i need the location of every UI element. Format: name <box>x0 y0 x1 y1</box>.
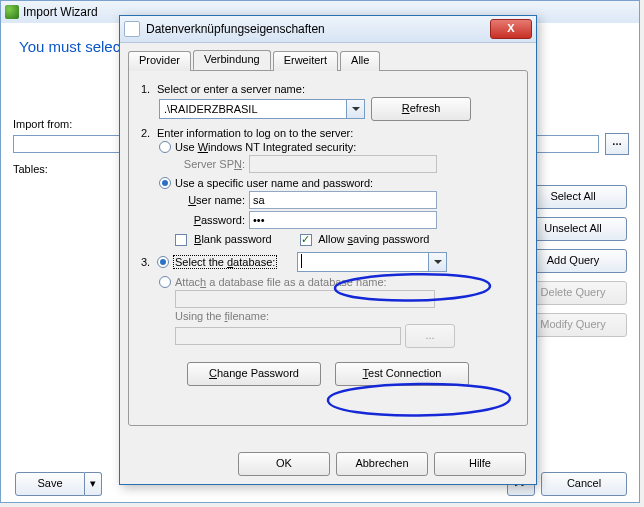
dialog-titlebar: Datenverknüpfungseigenschaften X <box>120 16 536 43</box>
step1-num: 1. <box>141 83 157 95</box>
datalink-properties-dialog: Datenverknüpfungseigenschaften X Provide… <box>119 15 537 485</box>
step2-num: 2. <box>141 127 157 139</box>
import-wizard-title: Import Wizard <box>23 5 98 19</box>
help-button[interactable]: Hilfe <box>434 452 526 476</box>
blank-password-check[interactable] <box>175 234 187 246</box>
cancel-button[interactable]: Cancel <box>541 472 627 496</box>
allow-save-check[interactable] <box>300 234 312 246</box>
dialog-icon <box>124 21 140 37</box>
step1-label: Select or enter a server name: <box>157 83 305 95</box>
password-label: Password: <box>175 214 245 226</box>
using-file-label: Using the filename: <box>175 310 269 322</box>
attach-db-label: Attach a database file as a database nam… <box>175 276 387 288</box>
server-name-value: .\RAIDERZBRASIL <box>164 103 258 115</box>
save-split-button[interactable]: Save ▾ <box>15 472 102 496</box>
step3-num: 3. <box>141 256 157 268</box>
use-nt-radio[interactable] <box>159 141 171 153</box>
password-input[interactable] <box>249 211 437 229</box>
username-input[interactable] <box>249 191 437 209</box>
wizard-message: You must selec <box>19 38 120 55</box>
select-db-radio[interactable] <box>157 256 169 268</box>
dialog-button-row: OK Abbrechen Hilfe <box>238 452 526 476</box>
ok-button[interactable]: OK <box>238 452 330 476</box>
use-nt-label: Use Windows NT Integrated security: <box>175 141 356 153</box>
refresh-button[interactable]: Refresh <box>371 97 471 121</box>
allow-save-check-wrap[interactable]: Allow saving password <box>300 233 430 246</box>
chevron-down-icon[interactable] <box>428 253 446 271</box>
chevron-down-icon[interactable] <box>346 100 364 118</box>
save-dropdown-button[interactable]: ▾ <box>85 472 102 496</box>
caret-icon <box>301 254 302 268</box>
close-button[interactable]: X <box>490 19 532 39</box>
use-specific-radio[interactable] <box>159 177 171 189</box>
save-button[interactable]: Save <box>15 472 85 496</box>
cancel-dialog-button[interactable]: Abbrechen <box>336 452 428 476</box>
tab-provider[interactable]: Provider <box>128 51 191 71</box>
server-spn-label: Server SPN: <box>175 158 245 170</box>
server-spn-input <box>249 155 437 173</box>
blank-password-label: Blank password <box>194 233 272 245</box>
filename-browse-button: ... <box>405 324 455 348</box>
browse-button[interactable]: … <box>605 133 629 155</box>
import-wizard-icon <box>5 5 19 19</box>
attach-name-input <box>175 290 435 308</box>
blank-password-check-wrap[interactable]: Blank password <box>175 233 272 246</box>
username-label: User name: <box>175 194 245 206</box>
tab-erweitert[interactable]: Erweitert <box>273 51 338 71</box>
server-name-combo[interactable]: .\RAIDERZBRASIL <box>159 99 365 119</box>
attach-db-radio[interactable] <box>159 276 171 288</box>
tab-alle[interactable]: Alle <box>340 51 380 71</box>
tab-page-verbindung: 1. Select or enter a server name: .\RAID… <box>128 70 528 426</box>
allow-save-label: Allow saving password <box>318 233 429 245</box>
tables-label: Tables: <box>13 163 48 175</box>
use-specific-label: Use a specific user name and password: <box>175 177 373 189</box>
database-combo[interactable] <box>297 252 447 272</box>
filename-input <box>175 327 401 345</box>
change-password-button[interactable]: Change Password <box>187 362 321 386</box>
tab-strip: Provider Verbindung Erweitert Alle <box>128 50 528 70</box>
select-db-label: Select the database: <box>173 255 277 269</box>
test-connection-button[interactable]: Test Connection <box>335 362 469 386</box>
step2-label: Enter information to log on to the serve… <box>157 127 353 139</box>
tab-verbindung[interactable]: Verbindung <box>193 50 271 70</box>
import-from-label: Import from: <box>13 118 72 130</box>
dialog-title: Datenverknüpfungseigenschaften <box>146 22 325 36</box>
